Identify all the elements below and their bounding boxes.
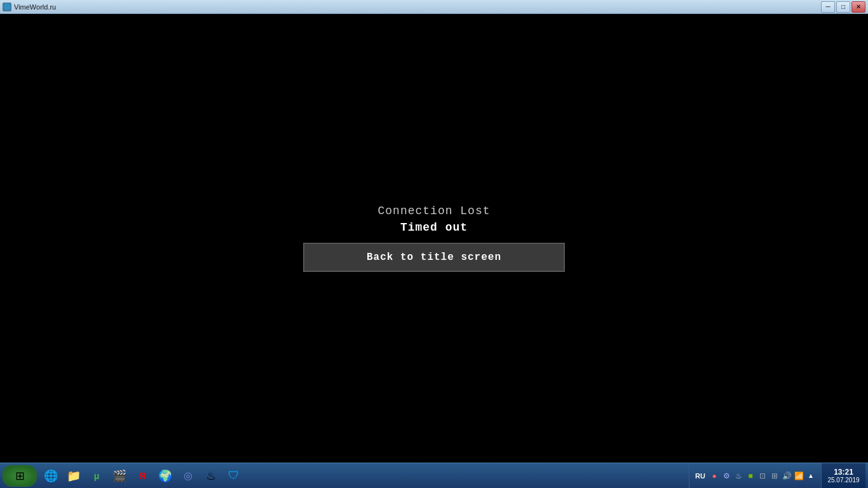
- minimize-button[interactable]: ─: [821, 1, 835, 13]
- start-icon: ⊞: [15, 469, 25, 483]
- tray-icon-1[interactable]: ●: [709, 471, 719, 481]
- taskbar-discord-icon[interactable]: ◎: [177, 465, 199, 487]
- tray-notification-icon[interactable]: ▲: [806, 471, 816, 481]
- system-tray: RU ● ⚙ ♨ ■ ⊡ ⊞ 🔊 📶 ▲: [689, 463, 820, 488]
- tray-icon-steam[interactable]: ♨: [733, 471, 743, 481]
- window-title: VimeWorld.ru: [14, 3, 56, 11]
- tray-network-icon[interactable]: 📶: [794, 471, 804, 481]
- tray-icon-nvidia[interactable]: ■: [745, 471, 756, 481]
- taskbar-utorrent-icon[interactable]: μ: [86, 465, 107, 487]
- chrome-icon: 🌍: [158, 469, 172, 483]
- timed-out-text: Timed out: [400, 221, 468, 234]
- taskbar-media-icon[interactable]: 🎬: [109, 465, 130, 487]
- taskbar-explorer-icon[interactable]: 📁: [63, 465, 85, 487]
- ie-icon: 🌐: [44, 469, 58, 483]
- close-button[interactable]: ✕: [851, 1, 865, 13]
- language-indicator[interactable]: RU: [693, 472, 707, 480]
- folder-icon: 📁: [67, 469, 81, 483]
- taskbar-ie-icon[interactable]: 🌐: [40, 465, 62, 487]
- back-to-title-button[interactable]: Back to title screen: [303, 243, 565, 272]
- title-bar-controls: ─ □ ✕: [821, 1, 865, 13]
- steam-icon: ♨: [206, 469, 216, 483]
- clock-date: 25.07.2019: [827, 477, 859, 484]
- title-bar-left: 🌐 VimeWorld.ru: [3, 3, 56, 11]
- tray-icon-5[interactable]: ⊡: [757, 471, 768, 481]
- taskbar-steam-icon[interactable]: ♨: [200, 465, 222, 487]
- tray-icon-6[interactable]: ⊞: [770, 471, 780, 481]
- clock-time: 13:21: [834, 468, 853, 477]
- comodo-icon: 🛡: [228, 469, 240, 482]
- yandex-icon: Я: [139, 471, 146, 481]
- utorrent-icon: μ: [94, 471, 100, 481]
- maximize-button[interactable]: □: [836, 1, 850, 13]
- taskbar-chrome-icon[interactable]: 🌍: [154, 465, 176, 487]
- media-icon: 🎬: [112, 469, 126, 483]
- tray-icon-2[interactable]: ⚙: [721, 471, 731, 481]
- connection-lost-title: Connection Lost: [377, 205, 490, 217]
- app-icon: 🌐: [3, 3, 11, 11]
- tray-volume-icon[interactable]: 🔊: [782, 471, 792, 481]
- game-area: Connection Lost Timed out Back to title …: [0, 14, 868, 463]
- taskbar-comodo-icon[interactable]: 🛡: [223, 465, 245, 487]
- taskbar-yandex-icon[interactable]: Я: [132, 465, 153, 487]
- discord-icon: ◎: [184, 470, 193, 482]
- start-button[interactable]: ⊞: [3, 465, 37, 487]
- title-bar: 🌐 VimeWorld.ru ─ □ ✕: [0, 0, 868, 14]
- taskbar-right: RU ● ⚙ ♨ ■ ⊡ ⊞ 🔊 📶 ▲ 13:21 25.07.2019: [689, 463, 865, 488]
- taskbar: ⊞ 🌐 📁 μ 🎬 Я 🌍 ◎ ♨ 🛡 RU ● ⚙ ♨ ■ ⊡ ⊞ 🔊: [0, 463, 868, 488]
- clock-area[interactable]: 13:21 25.07.2019: [821, 463, 865, 488]
